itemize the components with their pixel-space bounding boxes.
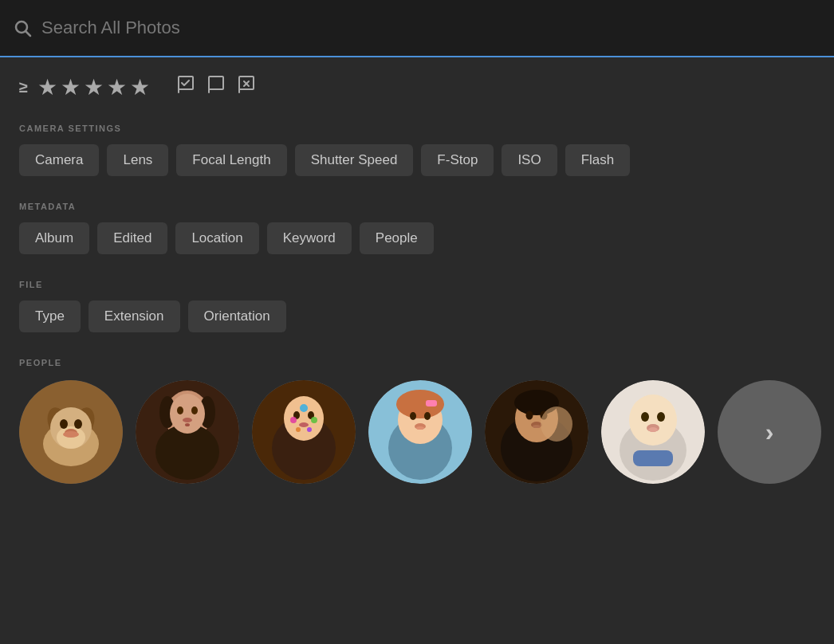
flag-rejected-icon[interactable] bbox=[236, 73, 258, 101]
flag-picked-icon[interactable] bbox=[175, 73, 198, 101]
keyword-button[interactable]: Keyword bbox=[267, 222, 352, 254]
filter-panel: ≥ ★ ★ ★ ★ ★ bbox=[0, 57, 834, 644]
svg-point-27 bbox=[191, 406, 198, 414]
rating-gte-symbol: ≥ bbox=[19, 78, 28, 96]
file-buttons: Type Extension Orientation bbox=[19, 300, 815, 332]
svg-point-65 bbox=[648, 427, 658, 432]
file-label: FILE bbox=[19, 280, 815, 289]
camera-settings-buttons: Camera Lens Focal Length Shutter Speed F… bbox=[19, 144, 815, 176]
svg-line-1 bbox=[26, 32, 31, 37]
lens-button[interactable]: Lens bbox=[107, 144, 168, 176]
svg-point-58 bbox=[541, 406, 572, 442]
camera-settings-label: CAMERA SETTINGS bbox=[19, 124, 815, 133]
avatar-baby[interactable] bbox=[601, 380, 705, 484]
svg-point-37 bbox=[300, 404, 308, 412]
svg-rect-45 bbox=[426, 400, 437, 406]
svg-point-32 bbox=[284, 396, 324, 441]
star-3[interactable]: ★ bbox=[84, 74, 104, 100]
svg-point-36 bbox=[290, 417, 297, 423]
star-5[interactable]: ★ bbox=[130, 74, 150, 100]
svg-rect-4 bbox=[209, 77, 223, 89]
svg-point-29 bbox=[185, 423, 190, 426]
svg-point-17 bbox=[74, 419, 82, 429]
type-button[interactable]: Type bbox=[19, 300, 81, 332]
flag-group bbox=[175, 73, 258, 101]
camera-button[interactable]: Camera bbox=[19, 144, 99, 176]
svg-point-35 bbox=[299, 422, 309, 427]
avatar-toddler[interactable] bbox=[368, 380, 472, 484]
svg-point-46 bbox=[410, 412, 416, 420]
svg-point-57 bbox=[533, 425, 541, 428]
location-button[interactable]: Location bbox=[175, 222, 258, 254]
album-button[interactable]: Album bbox=[19, 222, 89, 254]
metadata-label: METADATA bbox=[19, 202, 815, 211]
orientation-button[interactable]: Orientation bbox=[188, 300, 286, 332]
f-stop-button[interactable]: F-Stop bbox=[421, 144, 494, 176]
people-label: PEOPLE bbox=[19, 358, 815, 367]
iso-button[interactable]: ISO bbox=[502, 144, 557, 176]
extension-button[interactable]: Extension bbox=[89, 300, 180, 332]
svg-point-49 bbox=[416, 426, 424, 430]
svg-point-62 bbox=[641, 412, 649, 422]
shutter-speed-button[interactable]: Shutter Speed bbox=[295, 144, 414, 176]
svg-point-61 bbox=[629, 395, 677, 446]
chevron-right-icon: › bbox=[765, 418, 774, 447]
metadata-buttons: Album Edited Location Keyword People bbox=[19, 222, 815, 254]
edited-button[interactable]: Edited bbox=[97, 222, 167, 254]
star-rating[interactable]: ★ ★ ★ ★ ★ bbox=[37, 74, 150, 100]
avatar-woman[interactable] bbox=[136, 380, 239, 484]
people-next-button[interactable]: › bbox=[718, 380, 821, 484]
svg-point-40 bbox=[307, 427, 312, 432]
avatar-girl-face-paint[interactable] bbox=[252, 380, 356, 484]
flag-unflagged-icon[interactable] bbox=[206, 73, 228, 101]
svg-point-25 bbox=[170, 394, 205, 434]
people-row: › bbox=[19, 380, 815, 484]
people-section: PEOPLE bbox=[19, 358, 815, 484]
search-bar bbox=[0, 0, 834, 57]
app-container: ≥ ★ ★ ★ ★ ★ bbox=[0, 0, 834, 644]
svg-point-26 bbox=[177, 406, 183, 414]
rating-row: ≥ ★ ★ ★ ★ ★ bbox=[19, 73, 815, 101]
svg-rect-66 bbox=[633, 450, 673, 466]
svg-point-19 bbox=[63, 431, 79, 438]
metadata-section: METADATA Album Edited Location Keyword P… bbox=[19, 202, 815, 254]
avatar-dog[interactable] bbox=[19, 380, 123, 484]
star-4[interactable]: ★ bbox=[107, 74, 127, 100]
star-1[interactable]: ★ bbox=[37, 74, 57, 100]
search-icon bbox=[13, 18, 32, 37]
svg-point-28 bbox=[183, 418, 192, 422]
file-section: FILE Type Extension Orientation bbox=[19, 280, 815, 332]
svg-point-16 bbox=[60, 419, 68, 429]
star-2[interactable]: ★ bbox=[61, 74, 81, 100]
avatar-man[interactable] bbox=[485, 380, 588, 484]
svg-point-63 bbox=[657, 412, 665, 422]
camera-settings-section: CAMERA SETTINGS Camera Lens Focal Length… bbox=[19, 124, 815, 176]
focal-length-button[interactable]: Focal Length bbox=[176, 144, 286, 176]
search-input[interactable] bbox=[41, 18, 821, 38]
svg-point-39 bbox=[296, 427, 301, 432]
svg-point-47 bbox=[424, 412, 431, 420]
svg-point-54 bbox=[526, 411, 533, 420]
people-button[interactable]: People bbox=[360, 222, 434, 254]
svg-point-38 bbox=[311, 417, 317, 423]
flash-button[interactable]: Flash bbox=[565, 144, 631, 176]
